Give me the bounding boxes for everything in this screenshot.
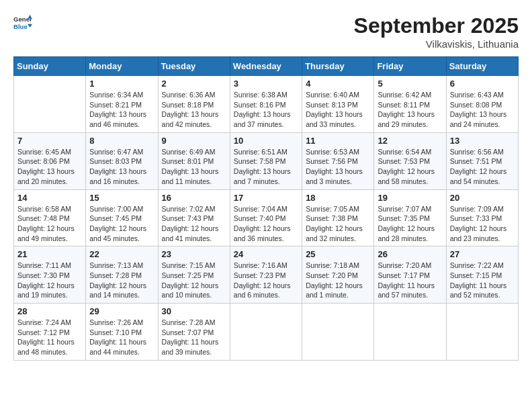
calendar-cell: 11Sunrise: 6:53 AM Sunset: 7:56 PM Dayli… [302,132,374,189]
day-number: 28 [17,306,82,316]
calendar-cell [302,304,374,361]
calendar-cell: 14Sunrise: 6:58 AM Sunset: 7:48 PM Dayli… [14,189,86,246]
day-info: Sunrise: 6:54 AM Sunset: 7:53 PM Dayligh… [378,147,442,187]
day-number: 4 [306,79,370,89]
calendar-cell [374,304,446,361]
calendar-cell: 18Sunrise: 7:05 AM Sunset: 7:38 PM Dayli… [302,189,374,246]
day-number: 24 [234,249,298,259]
day-info: Sunrise: 7:15 AM Sunset: 7:25 PM Dayligh… [162,261,226,300]
day-info: Sunrise: 7:20 AM Sunset: 7:17 PM Dayligh… [378,261,442,300]
calendar-cell: 30Sunrise: 7:28 AM Sunset: 7:07 PM Dayli… [158,304,230,361]
calendar-cell: 24Sunrise: 7:16 AM Sunset: 7:23 PM Dayli… [230,246,302,304]
day-number: 16 [162,193,226,203]
day-info: Sunrise: 6:49 AM Sunset: 8:01 PM Dayligh… [162,147,226,187]
calendar-cell: 3Sunrise: 6:38 AM Sunset: 8:16 PM Daylig… [230,76,302,133]
calendar-header-row: SundayMondayTuesdayWednesdayThursdayFrid… [14,57,519,76]
location-title: Vilkaviskis, Lithuania [354,38,519,50]
day-info: Sunrise: 7:09 AM Sunset: 7:33 PM Dayligh… [450,204,515,244]
day-info: Sunrise: 6:36 AM Sunset: 8:18 PM Dayligh… [162,90,226,130]
day-number: 6 [450,79,515,89]
day-info: Sunrise: 7:05 AM Sunset: 7:38 PM Dayligh… [306,204,370,244]
day-info: Sunrise: 7:26 AM Sunset: 7:10 PM Dayligh… [89,318,154,357]
day-info: Sunrise: 7:13 AM Sunset: 7:28 PM Dayligh… [89,261,154,300]
day-number: 27 [450,249,515,259]
day-info: Sunrise: 7:00 AM Sunset: 7:45 PM Dayligh… [89,204,154,244]
day-info: Sunrise: 7:22 AM Sunset: 7:15 PM Dayligh… [450,261,515,300]
calendar-cell: 1Sunrise: 6:34 AM Sunset: 8:21 PM Daylig… [86,76,158,133]
logo-icon: General Blue [13,13,32,32]
calendar-cell: 4Sunrise: 6:40 AM Sunset: 8:13 PM Daylig… [302,76,374,133]
day-number: 12 [378,136,442,146]
day-info: Sunrise: 6:40 AM Sunset: 8:13 PM Dayligh… [306,90,370,130]
day-number: 13 [450,136,515,146]
day-info: Sunrise: 7:04 AM Sunset: 7:40 PM Dayligh… [234,204,298,244]
calendar-cell: 19Sunrise: 7:07 AM Sunset: 7:35 PM Dayli… [374,189,446,246]
day-info: Sunrise: 6:38 AM Sunset: 8:16 PM Dayligh… [234,90,298,130]
day-number: 11 [306,136,370,146]
day-number: 21 [17,249,82,259]
day-number: 22 [89,249,154,259]
calendar-cell: 7Sunrise: 6:45 AM Sunset: 8:06 PM Daylig… [14,132,86,189]
day-info: Sunrise: 6:34 AM Sunset: 8:21 PM Dayligh… [89,90,154,130]
day-number: 19 [378,193,442,203]
logo: General Blue [13,13,32,32]
day-number: 3 [234,79,298,89]
calendar-week-row: 28Sunrise: 7:24 AM Sunset: 7:12 PM Dayli… [14,304,519,361]
calendar-cell: 27Sunrise: 7:22 AM Sunset: 7:15 PM Dayli… [446,246,518,304]
calendar-cell: 15Sunrise: 7:00 AM Sunset: 7:45 PM Dayli… [86,189,158,246]
calendar-cell: 28Sunrise: 7:24 AM Sunset: 7:12 PM Dayli… [14,304,86,361]
day-number: 15 [89,193,154,203]
calendar-table: SundayMondayTuesdayWednesdayThursdayFrid… [13,56,519,361]
day-of-week-header: Tuesday [158,57,230,76]
day-of-week-header: Friday [374,57,446,76]
day-number: 29 [89,306,154,316]
calendar-week-row: 21Sunrise: 7:11 AM Sunset: 7:30 PM Dayli… [14,246,519,304]
day-of-week-header: Monday [86,57,158,76]
svg-text:Blue: Blue [13,23,28,30]
calendar-cell: 20Sunrise: 7:09 AM Sunset: 7:33 PM Dayli… [446,189,518,246]
page-header: General Blue September 2025 Vilkaviskis,… [13,13,519,50]
day-info: Sunrise: 6:56 AM Sunset: 7:51 PM Dayligh… [450,147,515,187]
calendar-cell: 5Sunrise: 6:42 AM Sunset: 8:11 PM Daylig… [374,76,446,133]
calendar-cell: 12Sunrise: 6:54 AM Sunset: 7:53 PM Dayli… [374,132,446,189]
calendar-cell: 23Sunrise: 7:15 AM Sunset: 7:25 PM Dayli… [158,246,230,304]
day-number: 17 [234,193,298,203]
calendar-cell: 10Sunrise: 6:51 AM Sunset: 7:58 PM Dayli… [230,132,302,189]
calendar-week-row: 7Sunrise: 6:45 AM Sunset: 8:06 PM Daylig… [14,132,519,189]
day-number: 30 [162,306,226,316]
calendar-cell: 17Sunrise: 7:04 AM Sunset: 7:40 PM Dayli… [230,189,302,246]
day-info: Sunrise: 7:24 AM Sunset: 7:12 PM Dayligh… [17,318,82,357]
day-info: Sunrise: 6:43 AM Sunset: 8:08 PM Dayligh… [450,90,515,130]
day-number: 20 [450,193,515,203]
day-info: Sunrise: 6:42 AM Sunset: 8:11 PM Dayligh… [378,90,442,130]
month-title: September 2025 [354,13,519,38]
calendar-cell [230,304,302,361]
day-number: 18 [306,193,370,203]
day-number: 10 [234,136,298,146]
day-info: Sunrise: 7:11 AM Sunset: 7:30 PM Dayligh… [17,261,82,300]
day-number: 26 [378,249,442,259]
day-info: Sunrise: 7:02 AM Sunset: 7:43 PM Dayligh… [162,204,226,244]
day-number: 5 [378,79,442,89]
calendar-cell: 6Sunrise: 6:43 AM Sunset: 8:08 PM Daylig… [446,76,518,133]
day-info: Sunrise: 7:07 AM Sunset: 7:35 PM Dayligh… [378,204,442,244]
day-number: 23 [162,249,226,259]
day-number: 9 [162,136,226,146]
day-info: Sunrise: 6:45 AM Sunset: 8:06 PM Dayligh… [17,147,82,187]
calendar-cell: 8Sunrise: 6:47 AM Sunset: 8:03 PM Daylig… [86,132,158,189]
day-number: 25 [306,249,370,259]
day-info: Sunrise: 6:47 AM Sunset: 8:03 PM Dayligh… [89,147,154,187]
day-info: Sunrise: 6:53 AM Sunset: 7:56 PM Dayligh… [306,147,370,187]
day-info: Sunrise: 6:51 AM Sunset: 7:58 PM Dayligh… [234,147,298,187]
calendar-cell: 29Sunrise: 7:26 AM Sunset: 7:10 PM Dayli… [86,304,158,361]
calendar-cell: 26Sunrise: 7:20 AM Sunset: 7:17 PM Dayli… [374,246,446,304]
title-block: September 2025 Vilkaviskis, Lithuania [354,13,519,50]
calendar-cell: 13Sunrise: 6:56 AM Sunset: 7:51 PM Dayli… [446,132,518,189]
calendar-week-row: 1Sunrise: 6:34 AM Sunset: 8:21 PM Daylig… [14,76,519,133]
calendar-cell: 21Sunrise: 7:11 AM Sunset: 7:30 PM Dayli… [14,246,86,304]
day-of-week-header: Wednesday [230,57,302,76]
calendar-week-row: 14Sunrise: 6:58 AM Sunset: 7:48 PM Dayli… [14,189,519,246]
day-of-week-header: Sunday [14,57,86,76]
calendar-cell: 2Sunrise: 6:36 AM Sunset: 8:18 PM Daylig… [158,76,230,133]
calendar-cell: 25Sunrise: 7:18 AM Sunset: 7:20 PM Dayli… [302,246,374,304]
